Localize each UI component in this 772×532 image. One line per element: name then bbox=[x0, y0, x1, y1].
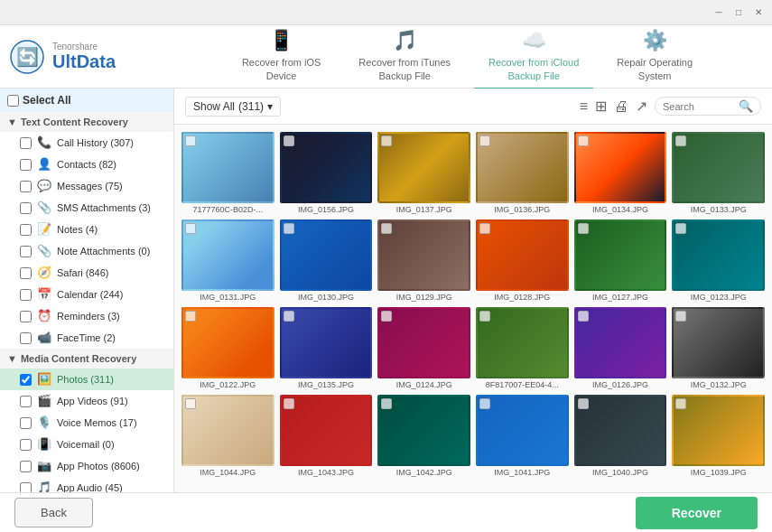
sidebar-item-appphotos[interactable]: 📷 App Photos (8606) bbox=[0, 455, 173, 477]
photo-item[interactable]: 8F817007-EE04-4... bbox=[476, 307, 569, 389]
photo-checkbox[interactable] bbox=[479, 311, 490, 322]
tab-icloud[interactable]: ☁️ Recover from iCloudBackup File bbox=[474, 23, 593, 89]
photo-checkbox[interactable] bbox=[479, 135, 490, 146]
photo-checkbox[interactable] bbox=[185, 398, 196, 409]
photo-checkbox[interactable] bbox=[284, 135, 294, 146]
photo-item[interactable]: IMG_0136.JPG bbox=[476, 132, 569, 214]
photo-checkbox[interactable] bbox=[578, 135, 589, 146]
sidebar-item-safari[interactable]: 🧭 Safari (846) bbox=[0, 262, 173, 284]
voicemail-checkbox[interactable] bbox=[20, 439, 32, 451]
sidebar-item-reminders[interactable]: ⏰ Reminders (3) bbox=[0, 305, 173, 327]
sidebar-item-calendar[interactable]: 📅 Calendar (244) bbox=[0, 284, 173, 305]
print-icon[interactable]: 🖨 bbox=[614, 98, 628, 115]
photo-checkbox[interactable] bbox=[578, 223, 589, 234]
sidebar-item-appaudio[interactable]: 🎵 App Audio (45) bbox=[0, 477, 173, 492]
tab-ios[interactable]: 📱 Recover from iOSDevice bbox=[228, 23, 335, 89]
photo-item[interactable]: IMG_0134.JPG bbox=[574, 132, 667, 214]
photo-checkbox[interactable] bbox=[578, 398, 589, 409]
photo-item[interactable]: IMG_0156.JPG bbox=[280, 132, 373, 214]
photo-item[interactable]: IMG_0133.JPG bbox=[672, 132, 765, 214]
minimize-button[interactable]: ─ bbox=[712, 6, 725, 19]
photo-item[interactable]: IMG_0123.JPG bbox=[672, 219, 765, 302]
tab-repair[interactable]: ⚙️ Repair OperatingSystem bbox=[602, 23, 707, 89]
photo-checkbox[interactable] bbox=[185, 311, 196, 322]
photo-checkbox[interactable] bbox=[675, 398, 686, 409]
sidebar-item-messages[interactable]: 💬 Messages (75) bbox=[0, 175, 173, 197]
photo-item[interactable]: 7177760C-B02D-... bbox=[181, 132, 274, 214]
photo-item[interactable]: IMG_0137.JPG bbox=[377, 132, 470, 214]
appaudio-checkbox[interactable] bbox=[20, 482, 32, 493]
show-all-button[interactable]: Show All (311) ▾ bbox=[185, 97, 281, 117]
photos-checkbox[interactable] bbox=[20, 374, 32, 386]
appvideos-checkbox[interactable] bbox=[20, 396, 32, 407]
callhistory-checkbox[interactable] bbox=[20, 137, 32, 149]
calendar-checkbox[interactable] bbox=[20, 289, 32, 301]
photo-checkbox[interactable] bbox=[381, 135, 392, 146]
photo-checkbox[interactable] bbox=[381, 311, 392, 322]
maximize-button[interactable]: □ bbox=[732, 6, 745, 19]
sidebar-item-voicemail[interactable]: 📳 Voicemail (0) bbox=[0, 434, 173, 455]
photo-checkbox[interactable] bbox=[284, 398, 294, 409]
photo-item[interactable]: IMG_0129.JPG bbox=[377, 219, 470, 302]
tab-itunes[interactable]: 🎵 Recover from iTunesBackup File bbox=[344, 23, 465, 89]
photo-item[interactable]: IMG_0135.JPG bbox=[280, 307, 373, 389]
photo-checkbox[interactable] bbox=[185, 135, 196, 146]
photo-checkbox[interactable] bbox=[185, 223, 196, 234]
sidebar-item-noteattach[interactable]: 📎 Note Attachments (0) bbox=[0, 240, 173, 262]
export-icon[interactable]: ↗ bbox=[636, 98, 647, 115]
sidebar-item-voicememos[interactable]: 🎙️ Voice Memos (17) bbox=[0, 412, 173, 434]
photo-checkbox[interactable] bbox=[381, 223, 392, 234]
photo-item[interactable]: IMG_0132.JPG bbox=[672, 307, 765, 389]
sidebar-item-notes[interactable]: 📝 Notes (4) bbox=[0, 219, 173, 240]
photo-item[interactable]: IMG_0127.JPG bbox=[574, 219, 667, 302]
select-all-checkbox[interactable] bbox=[7, 95, 19, 107]
photo-checkbox[interactable] bbox=[479, 223, 490, 234]
messages-checkbox[interactable] bbox=[20, 181, 32, 192]
photo-item[interactable]: IMG_1042.JPG bbox=[377, 395, 470, 477]
photo-checkbox[interactable] bbox=[578, 311, 589, 322]
photo-item[interactable]: IMG_0131.JPG bbox=[181, 219, 274, 302]
search-input[interactable] bbox=[663, 101, 735, 112]
photo-checkbox[interactable] bbox=[284, 311, 294, 322]
sidebar-item-smsattach[interactable]: 📎 SMS Attachments (3) bbox=[0, 197, 173, 219]
photo-checkbox[interactable] bbox=[284, 223, 294, 234]
photo-item[interactable]: IMG_1039.JPG bbox=[672, 395, 765, 477]
sidebar-item-photos[interactable]: 🖼️ Photos (311) bbox=[0, 369, 173, 390]
photo-item[interactable]: IMG_1044.JPG bbox=[181, 395, 274, 477]
sidebar-item-facetime[interactable]: 📹 FaceTime (2) bbox=[0, 327, 173, 349]
photo-item[interactable]: IMG_1040.JPG bbox=[574, 395, 667, 477]
select-all-header[interactable]: Select All bbox=[0, 89, 173, 112]
notes-checkbox[interactable] bbox=[20, 224, 32, 236]
svg-text:🔄: 🔄 bbox=[16, 46, 39, 68]
facetime-checkbox[interactable] bbox=[20, 332, 32, 344]
recover-button[interactable]: Recover bbox=[636, 497, 758, 529]
photo-item[interactable]: IMG_1041.JPG bbox=[476, 395, 569, 477]
appaudio-icon: 🎵 bbox=[37, 481, 51, 492]
appphotos-checkbox[interactable] bbox=[20, 461, 32, 472]
noteattach-checkbox[interactable] bbox=[20, 246, 32, 257]
sidebar-item-contacts[interactable]: 👤 Contacts (82) bbox=[0, 154, 173, 175]
safari-checkbox[interactable] bbox=[20, 267, 32, 279]
smsattach-checkbox[interactable] bbox=[20, 202, 32, 214]
photo-item[interactable]: IMG_0122.JPG bbox=[181, 307, 274, 389]
list-view-icon[interactable]: ≡ bbox=[580, 98, 588, 115]
photo-item[interactable]: IMG_1043.JPG bbox=[280, 395, 373, 477]
reminders-checkbox[interactable] bbox=[20, 311, 32, 322]
photo-checkbox[interactable] bbox=[675, 223, 686, 234]
grid-view-icon[interactable]: ⊞ bbox=[595, 98, 607, 115]
close-button[interactable]: ✕ bbox=[752, 6, 765, 19]
photo-checkbox[interactable] bbox=[381, 398, 392, 409]
contacts-checkbox[interactable] bbox=[20, 159, 32, 171]
sidebar-item-appvideos[interactable]: 🎬 App Videos (91) bbox=[0, 390, 173, 412]
safari-icon: 🧭 bbox=[37, 266, 51, 280]
photo-checkbox[interactable] bbox=[479, 398, 490, 409]
photo-checkbox[interactable] bbox=[675, 311, 686, 322]
sidebar-item-callhistory[interactable]: 📞 Call History (307) bbox=[0, 132, 173, 154]
photo-item[interactable]: IMG_0130.JPG bbox=[280, 219, 373, 302]
photo-item[interactable]: IMG_0126.JPG bbox=[574, 307, 667, 389]
photo-item[interactable]: IMG_0124.JPG bbox=[377, 307, 470, 389]
photo-checkbox[interactable] bbox=[675, 135, 686, 146]
voicememos-checkbox[interactable] bbox=[20, 417, 32, 429]
photo-item[interactable]: IMG_0128.JPG bbox=[476, 219, 569, 302]
back-button[interactable]: Back bbox=[14, 498, 93, 527]
